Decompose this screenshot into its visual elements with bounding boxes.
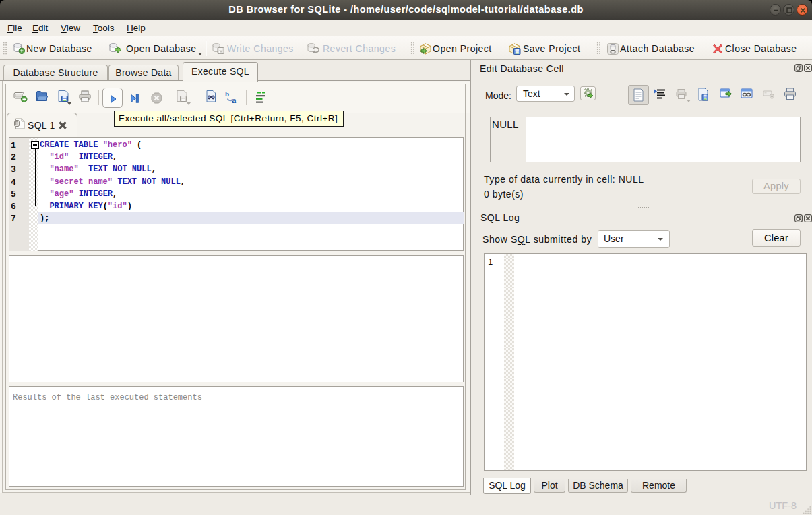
svg-text:b: b [225,90,229,98]
svg-text:a: a [232,95,237,104]
